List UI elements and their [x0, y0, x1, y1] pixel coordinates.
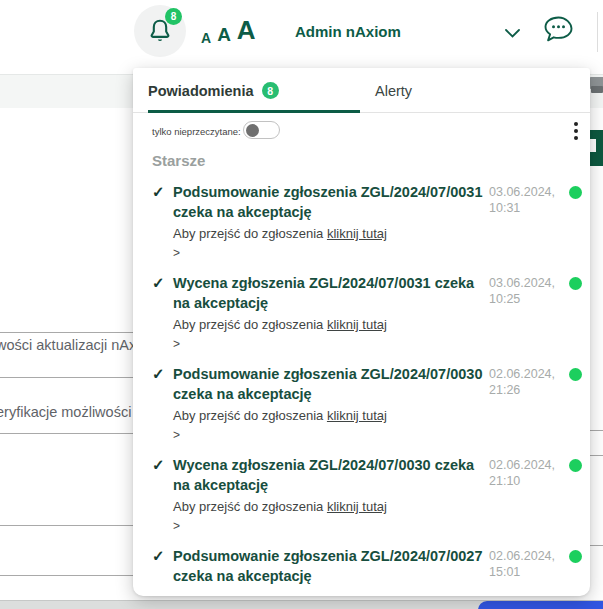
kebab-menu-icon[interactable] — [572, 120, 580, 142]
notification-body-text: Aby przejść do zgłoszenia — [173, 317, 327, 332]
unread-dot[interactable] — [569, 459, 582, 472]
printer-icon — [588, 75, 603, 101]
font-size-medium-button[interactable]: A — [217, 24, 231, 46]
check-icon: ✓ — [152, 182, 173, 242]
font-size-small-button[interactable]: A — [201, 30, 211, 46]
chevron-down-icon[interactable] — [504, 25, 521, 43]
timestamp-date: 02.06.2024, — [489, 457, 561, 473]
notification-title: Podsumowanie zgłoszenia ZGL/2024/07/0027… — [173, 546, 485, 586]
notification-body: Aby przejść do zgłoszenia kliknij tutaj — [173, 407, 485, 424]
notification-body: Aby przejść do zgłoszenia kliknij tutaj — [173, 225, 485, 242]
notification-title: Podsumowanie zgłoszenia ZGL/2024/07/0031… — [173, 182, 485, 222]
timestamp-date: 02.06.2024, — [489, 548, 561, 564]
check-icon: ✓ — [152, 364, 173, 424]
expand-chevron[interactable]: > — [173, 519, 180, 533]
timestamp-time: 21:26 — [489, 382, 561, 398]
notification-timestamp: 03.06.2024, 10:31 — [489, 182, 561, 242]
tab-count-badge: 8 — [262, 82, 279, 99]
notification-link[interactable]: kliknij tutaj — [327, 317, 387, 332]
notification-text: Podsumowanie zgłoszenia ZGL/2024/07/0031… — [173, 182, 485, 242]
notifications-panel: Powiadomienia 8 Alerty tylko nieprzeczyt… — [133, 68, 590, 596]
font-size-large-button[interactable]: A — [237, 15, 256, 46]
bg-row-divider — [0, 377, 133, 378]
tab-alerty[interactable]: Alerty — [375, 68, 412, 113]
notification-item[interactable]: ✓ Podsumowanie zgłoszenia ZGL/2024/07/00… — [152, 182, 582, 242]
timestamp-time: 21:10 — [489, 473, 561, 489]
bg-row-divider — [0, 332, 133, 333]
bg-partial-text: wości aktualizacji nAxi — [0, 337, 139, 353]
unread-only-toggle[interactable] — [243, 121, 280, 139]
unread-dot[interactable] — [569, 368, 582, 381]
notification-text: Wycena zgłoszenia ZGL/2024/07/0030 czeka… — [173, 455, 485, 515]
notification-body-text: Aby przejść do zgłoszenia — [173, 408, 327, 423]
chat-icon[interactable] — [542, 15, 575, 48]
bg-row-divider — [590, 455, 603, 456]
notification-item[interactable]: ✓ Podsumowanie zgłoszenia ZGL/2024/07/00… — [152, 546, 582, 586]
tab-powiadomienia[interactable]: Powiadomienia 8 — [148, 68, 279, 113]
check-icon: ✓ — [152, 546, 173, 586]
bell-badge: 8 — [165, 8, 182, 25]
notification-item[interactable]: ✓ Wycena zgłoszenia ZGL/2024/07/0031 cze… — [152, 273, 582, 333]
bg-row-divider — [0, 525, 133, 526]
panel-tabs: Powiadomienia 8 Alerty — [133, 68, 590, 113]
notification-text: Wycena zgłoszenia ZGL/2024/07/0031 czeka… — [173, 273, 485, 333]
notification-title: Podsumowanie zgłoszenia ZGL/2024/07/0030… — [173, 364, 485, 404]
notification-title: Wycena zgłoszenia ZGL/2024/07/0031 czeka… — [173, 273, 485, 313]
expand-chevron[interactable]: > — [173, 246, 180, 260]
unread-dot[interactable] — [569, 186, 582, 199]
active-tab-underline — [148, 110, 360, 113]
check-icon: ✓ — [152, 273, 173, 333]
expand-chevron[interactable]: > — [173, 337, 180, 351]
notification-timestamp: 02.06.2024, 21:10 — [489, 455, 561, 515]
timestamp-time: 15:01 — [489, 564, 561, 580]
notification-body-text: Aby przejść do zgłoszenia — [173, 499, 327, 514]
notification-body: Aby przejść do zgłoszenia kliknij tutaj — [173, 316, 485, 333]
notification-timestamp: 02.06.2024, 21:26 — [489, 364, 561, 424]
notification-text: Podsumowanie zgłoszenia ZGL/2024/07/0027… — [173, 546, 485, 586]
bg-row-divider — [0, 575, 133, 576]
expand-chevron[interactable]: > — [173, 428, 180, 442]
check-icon: ✓ — [152, 455, 173, 515]
screen: wości aktualizacji nAxi eryfikacje możli… — [0, 0, 603, 609]
bg-row-divider — [590, 545, 603, 546]
font-size-controls: A A A — [201, 16, 256, 46]
section-header: Starsze — [152, 152, 205, 169]
notifications-bell-button[interactable]: 8 — [134, 5, 186, 57]
header-divider — [597, 12, 598, 52]
timestamp-date: 02.06.2024, — [489, 366, 561, 382]
bg-row-divider — [590, 430, 603, 431]
notification-item[interactable]: ✓ Wycena zgłoszenia ZGL/2024/07/0030 cze… — [152, 455, 582, 515]
bg-row-divider — [0, 433, 133, 434]
user-menu-label[interactable]: Admin nAxiom — [295, 23, 401, 40]
tab-alerty-label: Alerty — [375, 83, 412, 99]
unread-dot[interactable] — [569, 277, 582, 290]
notification-timestamp: 03.06.2024, 10:25 — [489, 273, 561, 333]
toggle-knob — [246, 124, 259, 137]
top-header: 8 A A A Admin nAxiom — [0, 0, 603, 74]
tab-powiadomienia-label: Powiadomienia — [148, 83, 254, 99]
timestamp-date: 03.06.2024, — [489, 184, 561, 200]
notification-item[interactable]: ✓ Podsumowanie zgłoszenia ZGL/2024/07/00… — [152, 364, 582, 424]
timestamp-time: 10:31 — [489, 200, 561, 216]
timestamp-date: 03.06.2024, — [489, 275, 561, 291]
notification-text: Podsumowanie zgłoszenia ZGL/2024/07/0030… — [173, 364, 485, 424]
notification-title: Wycena zgłoszenia ZGL/2024/07/0030 czeka… — [173, 455, 485, 495]
notification-timestamp: 02.06.2024, 15:01 — [489, 546, 561, 586]
notification-link[interactable]: kliknij tutaj — [327, 408, 387, 423]
bg-partial-text: eryfikacje możliwości a — [0, 404, 143, 420]
timestamp-time: 10:25 — [489, 291, 561, 307]
primary-action-button-partial[interactable] — [478, 601, 603, 609]
unread-dot[interactable] — [569, 550, 582, 563]
notification-body-text: Aby przejść do zgłoszenia — [173, 226, 327, 241]
notification-link[interactable]: kliknij tutaj — [327, 226, 387, 241]
unread-filter-label: tylko nieprzeczytane: — [152, 126, 241, 137]
notification-body: Aby przejść do zgłoszenia kliknij tutaj — [173, 498, 485, 515]
notification-link[interactable]: kliknij tutaj — [327, 499, 387, 514]
